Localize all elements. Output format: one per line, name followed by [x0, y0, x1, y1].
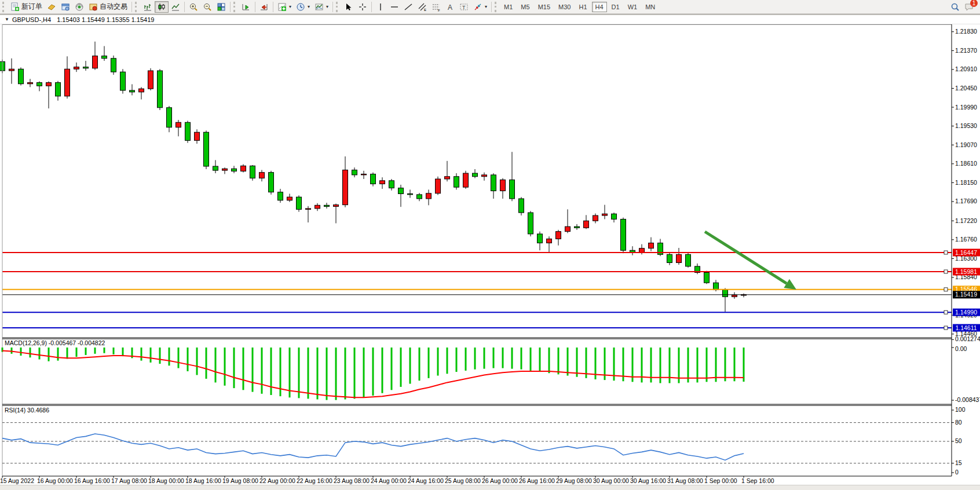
trendline-button[interactable]: [401, 1, 415, 13]
toolbar-grip[interactable]: [135, 2, 138, 12]
search-icon[interactable]: [950, 2, 960, 12]
bar-chart-button[interactable]: [141, 1, 155, 13]
svg-text:1.18610: 1.18610: [955, 160, 977, 167]
svg-text:0.001274: 0.001274: [955, 335, 980, 342]
zoom-out-icon: [203, 2, 212, 12]
cursor-icon: [344, 2, 353, 12]
toolbar-right-cluster: 1: [950, 2, 979, 12]
svg-text:25 Aug 08:00: 25 Aug 08:00: [445, 477, 481, 484]
timeframe-button-H1[interactable]: H1: [575, 2, 590, 12]
svg-text:1.21370: 1.21370: [955, 47, 977, 54]
new-order-label: 新订单: [21, 2, 42, 12]
toolbar-grip[interactable]: [233, 2, 237, 12]
timeframe-button-D1[interactable]: D1: [608, 2, 623, 12]
terminal-button[interactable]: [72, 1, 86, 13]
timeframe-button-M5[interactable]: M5: [517, 2, 533, 12]
svg-text:-0.008437: -0.008437: [955, 396, 980, 403]
toolbar-separator: [131, 2, 132, 12]
svg-text:31 Aug 08:00: 31 Aug 08:00: [667, 477, 703, 484]
svg-text:1 Sep 00:00: 1 Sep 00:00: [704, 477, 737, 484]
horizontal-line-button[interactable]: [387, 1, 401, 13]
svg-text:1.19070: 1.19070: [955, 141, 977, 148]
arrows-icon: [473, 2, 482, 12]
timeframe-button-H4[interactable]: H4: [592, 2, 607, 12]
tile-windows-button[interactable]: [214, 1, 228, 13]
chart-canvas[interactable]: 1.218301.213701.209101.204501.199901.195…: [0, 0, 980, 490]
svg-text:16 Aug 16:00: 16 Aug 16:00: [74, 477, 110, 484]
templates-icon: [315, 2, 324, 12]
svg-text:1.16760: 1.16760: [955, 236, 977, 243]
timeframe-button-M15[interactable]: M15: [535, 2, 554, 12]
new-order-button[interactable]: 新订单: [8, 1, 45, 13]
toolbar-separator: [184, 2, 185, 12]
crosshair-button[interactable]: [356, 1, 370, 13]
svg-text:1.20450: 1.20450: [955, 85, 977, 92]
svg-text:1.19990: 1.19990: [955, 104, 977, 111]
timeframe-button-M30[interactable]: M30: [555, 2, 574, 12]
navigator-button[interactable]: [58, 1, 72, 13]
line-chart-button[interactable]: [169, 1, 182, 13]
zoom-in-button[interactable]: [187, 1, 200, 13]
svg-text:50: 50: [955, 437, 962, 444]
svg-text:MACD(12,26,9) -0.005467 -0.004: MACD(12,26,9) -0.005467 -0.004822: [5, 339, 105, 346]
autotrading-label: 自动交易: [100, 2, 127, 12]
chart-ohlc-values: 1.15403 1.15449 1.15355 1.15419: [57, 16, 154, 23]
bar-chart-icon: [143, 2, 152, 12]
svg-text:80: 80: [955, 419, 962, 426]
notifications-button[interactable]: 1: [964, 2, 974, 12]
market-watch-button[interactable]: [45, 1, 58, 13]
cursor-button[interactable]: [342, 1, 356, 13]
svg-text:15 Aug 2022: 15 Aug 2022: [0, 477, 34, 484]
periods-button[interactable]: ▾: [294, 1, 312, 13]
svg-text:1.19530: 1.19530: [955, 122, 977, 129]
svg-text:1.15981: 1.15981: [955, 268, 977, 275]
text-button[interactable]: A: [443, 1, 457, 13]
timeframe-button-M1[interactable]: M1: [500, 2, 516, 12]
autotrading-button[interactable]: 自动交易: [86, 1, 130, 13]
timeframe-button-MN[interactable]: MN: [642, 2, 659, 12]
tile-windows-icon: [217, 2, 226, 12]
equidistant-channel-button[interactable]: E: [415, 1, 429, 13]
svg-text:24 Aug 00:00: 24 Aug 00:00: [371, 477, 407, 484]
svg-text:24 Aug 16:00: 24 Aug 16:00: [408, 477, 444, 484]
svg-text:15: 15: [955, 459, 962, 466]
zoom-out-button[interactable]: [200, 1, 214, 13]
indicators-button[interactable]: ▾: [275, 1, 294, 13]
svg-text:E: E: [424, 8, 426, 12]
chart-shift-button[interactable]: [257, 1, 271, 13]
arrows-button[interactable]: ▾: [471, 1, 489, 13]
toolbar-grip[interactable]: [495, 2, 498, 12]
svg-text:A: A: [448, 3, 452, 11]
dropdown-caret-icon: ▾: [485, 4, 487, 9]
crosshair-icon: [358, 2, 367, 12]
fibonacci-button[interactable]: F: [429, 1, 443, 13]
vertical-line-button[interactable]: [374, 1, 387, 13]
svg-text:0: 0: [955, 469, 959, 476]
svg-text:29 Aug 08:00: 29 Aug 08:00: [556, 477, 592, 484]
trendline-icon: [404, 2, 413, 12]
toolbar-grip[interactable]: [336, 2, 339, 12]
terminal-icon: [75, 2, 84, 12]
toolbar-separator: [273, 2, 273, 12]
chart-dropdown-icon[interactable]: ▼: [5, 17, 9, 22]
periods-icon: [296, 2, 305, 12]
svg-text:30 Aug 00:00: 30 Aug 00:00: [593, 477, 629, 484]
autotrading-icon: [89, 2, 98, 12]
svg-text:23 Aug 08:00: 23 Aug 08:00: [334, 477, 370, 484]
templates-button[interactable]: ▾: [312, 1, 331, 13]
candlestick-chart-button[interactable]: [155, 1, 169, 13]
toolbar-separator: [230, 2, 231, 12]
vertical-line-icon: [376, 2, 385, 12]
zoom-in-icon: [189, 2, 198, 12]
auto-scroll-button[interactable]: [239, 1, 253, 13]
text-icon: A: [445, 2, 455, 12]
svg-text:1.17220: 1.17220: [955, 217, 977, 224]
svg-text:26 Aug 16:00: 26 Aug 16:00: [519, 477, 555, 484]
svg-text:16 Aug 00:00: 16 Aug 00:00: [37, 477, 73, 484]
text-label-button[interactable]: T: [457, 1, 471, 13]
timeframe-button-W1[interactable]: W1: [624, 2, 641, 12]
svg-text:0.00: 0.00: [955, 345, 967, 352]
horizontal-line-icon: [390, 2, 399, 12]
svg-text:1.16447: 1.16447: [955, 249, 977, 256]
toolbar-grip[interactable]: [2, 2, 6, 12]
